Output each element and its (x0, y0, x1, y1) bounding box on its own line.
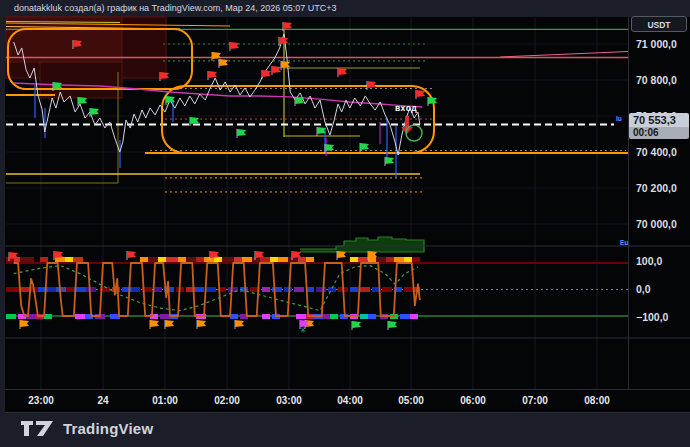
tradingview-snapshot: donatakkluk создал(а) график на TradingV… (0, 0, 690, 447)
time-axis-label: 04:00 (330, 395, 370, 406)
time-axis-label: 05:00 (391, 395, 431, 406)
tradingview-logo-text: TradingView (63, 420, 153, 437)
current-price-badge: 70 553,3 00:06 (629, 113, 689, 139)
time-axis-label: 03:00 (269, 395, 309, 406)
time-axis-label: 06:00 (453, 395, 493, 406)
price-axis-label: 100,0 (636, 255, 688, 267)
flag-marker[interactable] (20, 320, 29, 329)
current-price-value: 70 553,3 (629, 113, 689, 127)
time-axis-label: 23:00 (21, 395, 61, 406)
flag-marker[interactable] (295, 97, 304, 106)
flag-marker[interactable] (337, 251, 346, 260)
flag-marker[interactable] (235, 320, 244, 329)
time-axis-label: 01:00 (145, 395, 185, 406)
price-axis-label: 70 800,0 (636, 74, 688, 86)
flag-marker[interactable] (338, 68, 347, 77)
flag-marker[interactable] (230, 42, 239, 51)
oscillator-marker: Eu (620, 239, 628, 246)
time-axis-label: 02:00 (207, 395, 247, 406)
flag-marker[interactable] (166, 96, 175, 105)
flag-marker[interactable] (428, 97, 437, 106)
flag-marker[interactable] (150, 320, 159, 329)
flag-marker[interactable] (127, 251, 136, 260)
time-axis-label: 24 (83, 395, 123, 406)
flag-marker[interactable] (197, 320, 206, 329)
flag-marker[interactable] (352, 321, 361, 330)
svg-text:✳: ✳ (300, 326, 307, 335)
flag-marker[interactable] (388, 321, 397, 330)
price-axis-label: 0,0 (636, 283, 688, 295)
price-axis-label: 70 200,0 (636, 182, 688, 194)
flag-marker[interactable] (237, 129, 246, 138)
price-axis-label: 71 000,0 (636, 38, 688, 50)
chart-canvas[interactable]: ✳ (0, 0, 690, 447)
tradingview-logo-icon (20, 420, 54, 437)
flag-marker[interactable] (416, 90, 425, 99)
tradingview-logo[interactable]: TradingView (20, 420, 153, 437)
flag-marker[interactable] (272, 66, 281, 75)
flag-marker[interactable] (165, 320, 174, 329)
price-axis-label: 70 000,0 (636, 218, 688, 230)
price-axis-label: 70 400,0 (636, 146, 688, 158)
price-axis-label: −100,0 (636, 311, 688, 323)
flag-marker[interactable] (385, 157, 394, 166)
dashed-line-marker: Iu (616, 115, 622, 122)
entry-annotation-label[interactable]: вход (388, 103, 424, 113)
time-axis-label: 07:00 (515, 395, 555, 406)
flag-marker[interactable] (262, 70, 271, 79)
currency-toggle-button[interactable]: USDT (631, 16, 687, 32)
bar-countdown: 00:06 (629, 127, 689, 139)
time-axis-label: 08:00 (577, 395, 617, 406)
